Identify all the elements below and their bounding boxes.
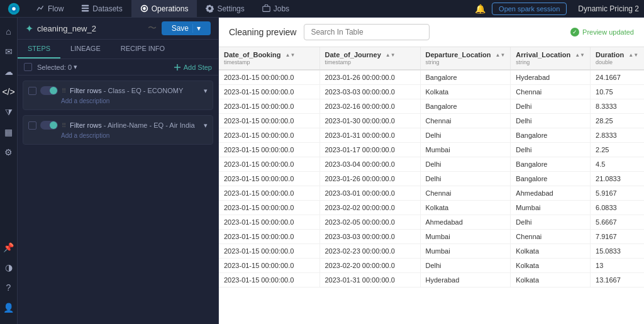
table-row: 2023-01-15 00:00:00.02023-03-01 00:00:00… <box>219 186 644 201</box>
table-cell: 21.0833 <box>591 172 644 186</box>
sidebar-home-icon[interactable]: ⌂ <box>0 23 18 40</box>
topnav-datasets[interactable]: Datasets <box>72 0 131 18</box>
table-cell: Delhi <box>420 157 511 172</box>
save-dropdown-arrow-icon[interactable]: ▾ <box>192 24 201 33</box>
sidebar-mail-icon[interactable]: ✉ <box>0 43 18 60</box>
table-cell: 28.25 <box>591 114 644 128</box>
tab-lineage[interactable]: LINEAGE <box>60 40 111 59</box>
step-2-drag-handle-icon[interactable]: ⠿ <box>62 122 66 129</box>
sidebar-gear-icon[interactable]: ⚙ <box>0 143 18 161</box>
topnav-jobs[interactable]: Jobs <box>253 0 298 18</box>
col-header-arrival[interactable]: Arrival_Location ▲▼ string <box>511 47 591 70</box>
step-1-desc[interactable]: Add a description <box>28 98 208 104</box>
table-cell: 2023-03-03 00:00:00.0 <box>319 85 420 99</box>
table-row: 2023-01-15 00:00:00.02023-02-16 00:00:00… <box>219 99 644 114</box>
filename-label: cleaning_new_2 <box>37 24 96 33</box>
table-cell: Chennai <box>420 186 511 201</box>
table-row: 2023-01-15 00:00:00.02023-03-03 00:00:00… <box>219 85 644 99</box>
svg-rect-3 <box>82 5 89 6</box>
open-spark-session-button[interactable]: Open spark session <box>492 3 567 15</box>
table-cell: Bangalore <box>511 157 591 172</box>
preview-updated-check-icon: ✓ <box>570 28 579 36</box>
table-cell: Kolkata <box>420 201 511 215</box>
sparkline-icon[interactable]: 〜 <box>148 23 157 34</box>
selected-badge[interactable]: Selected: 0 ▾ <box>37 63 77 71</box>
table-cell: Mumbai <box>420 143 511 157</box>
table-cell: 2023-01-31 00:00:00.0 <box>319 128 420 143</box>
data-table-container[interactable]: Date_of_Booking ▲▼ timestamp Date_of_Jou… <box>219 47 644 324</box>
select-all-checkbox[interactable] <box>24 63 32 71</box>
table-cell: Hyderabad <box>420 273 511 288</box>
table-row: 2023-01-15 00:00:00.02023-01-17 00:00:00… <box>219 143 644 157</box>
topnav-flow[interactable]: Flow <box>28 0 72 18</box>
sidebar-chart-icon[interactable]: ▦ <box>0 123 18 141</box>
table-cell: 7.9167 <box>591 230 644 244</box>
step-2-header: ⠿ Filter rows - Airline-Name - EQ - Air … <box>28 121 208 130</box>
table-cell: 2023-03-01 00:00:00.0 <box>319 186 420 201</box>
table-cell: 13 <box>591 259 644 273</box>
sidebar-user-icon[interactable]: 👤 <box>0 299 18 316</box>
save-button[interactable]: Save ▾ <box>162 21 211 35</box>
table-cell: Kolkata <box>420 85 511 99</box>
sort-icon-departure[interactable]: ▲▼ <box>495 53 505 58</box>
data-table: Date_of_Booking ▲▼ timestamp Date_of_Jou… <box>219 47 644 288</box>
sidebar-icons: ⌂ ✉ ☁ </> ⧩ ▦ ⚙ 📌 ◑ ? 👤 <box>0 18 18 324</box>
sidebar-help-icon[interactable]: ? <box>0 279 18 296</box>
topnav-operations[interactable]: Operations <box>131 0 197 18</box>
left-panel-header: ✦ cleaning_new_2 〜 Save ▾ <box>18 18 218 40</box>
table-cell: 5.6667 <box>591 215 644 230</box>
col-header-departure[interactable]: Departure_Location ▲▼ string <box>420 47 511 70</box>
table-cell: 2023-01-15 00:00:00.0 <box>219 70 319 85</box>
table-body: 2023-01-15 00:00:00.02023-01-26 00:00:00… <box>219 70 644 288</box>
step-2-expand-icon[interactable]: ▾ <box>204 121 208 130</box>
app-logo[interactable] <box>5 0 23 18</box>
sidebar-puzzle-icon[interactable]: ⧩ <box>0 103 18 121</box>
topnav-settings[interactable]: Settings <box>197 0 253 18</box>
table-cell: 2023-01-15 00:00:00.0 <box>219 244 319 259</box>
step-2-toggle[interactable] <box>40 121 58 130</box>
table-cell: Bangalore <box>511 172 591 186</box>
table-cell: 2023-01-15 00:00:00.0 <box>219 259 319 273</box>
step-1-expand-icon[interactable]: ▾ <box>204 87 208 95</box>
sidebar-moon-icon[interactable]: ◑ <box>0 259 18 276</box>
topnav-right: 🔔 Open spark session Dynamic Pricing 2 <box>475 3 639 15</box>
svg-rect-4 <box>82 8 89 9</box>
table-cell: 2023-01-15 00:00:00.0 <box>219 215 319 230</box>
notification-bell-icon[interactable]: 🔔 <box>475 4 486 14</box>
table-cell: 2023-01-15 00:00:00.0 <box>219 128 319 143</box>
col-header-duration[interactable]: Duration ▲▼ double <box>591 47 644 70</box>
table-cell: 4.5 <box>591 157 644 172</box>
table-row: 2023-01-15 00:00:00.02023-02-05 00:00:00… <box>219 215 644 230</box>
table-cell: Kolkata <box>511 273 591 288</box>
search-input[interactable] <box>304 24 430 40</box>
sidebar-cloud-icon[interactable]: ☁ <box>0 63 18 81</box>
step-1-checkbox[interactable] <box>28 87 36 95</box>
step-2-desc[interactable]: Add a description <box>28 132 208 139</box>
tab-steps[interactable]: STEPS <box>18 40 60 59</box>
left-panel: ✦ cleaning_new_2 〜 Save ▾ STEPS LINEAGE … <box>18 18 219 324</box>
right-panel: Cleaning preview ✓ Preview updated Date_… <box>219 18 644 324</box>
table-cell: 2023-01-31 00:00:00.0 <box>319 273 420 288</box>
table-cell: Delhi <box>511 215 591 230</box>
step-2-checkbox[interactable] <box>28 121 36 130</box>
sort-icon-date-journey[interactable]: ▲▼ <box>386 53 396 58</box>
table-cell: Bangalore <box>420 70 511 85</box>
sort-icon-date-booking[interactable]: ▲▼ <box>286 53 296 58</box>
table-cell: 2023-01-17 00:00:00.0 <box>319 143 420 157</box>
steps-list: ⠿ Filter rows - Class - EQ - ECONOMY ▾ A… <box>18 75 218 324</box>
sidebar-pin-icon[interactable]: 📌 <box>0 238 18 256</box>
tab-recipe-info[interactable]: RECIPE INFO <box>111 40 175 59</box>
table-cell: 2023-03-03 00:00:00.0 <box>319 230 420 244</box>
step-1-drag-handle-icon[interactable]: ⠿ <box>62 87 66 94</box>
table-cell: Bangalore <box>511 128 591 143</box>
table-cell: 2023-01-15 00:00:00.0 <box>219 99 319 114</box>
col-header-date-booking[interactable]: Date_of_Booking ▲▼ timestamp <box>219 47 319 70</box>
step-2-label: Filter rows - Airline-Name - EQ - Air In… <box>70 121 200 129</box>
table-cell: 15.0833 <box>591 244 644 259</box>
sort-icon-duration[interactable]: ▲▼ <box>628 53 638 58</box>
sort-icon-arrival[interactable]: ▲▼ <box>575 53 585 58</box>
step-1-toggle[interactable] <box>40 86 58 95</box>
sidebar-code-icon[interactable]: </> <box>0 83 18 101</box>
add-step-button[interactable]: Add Step <box>174 64 212 71</box>
col-header-date-journey[interactable]: Date_of_Journey ▲▼ timestamp <box>319 47 420 70</box>
